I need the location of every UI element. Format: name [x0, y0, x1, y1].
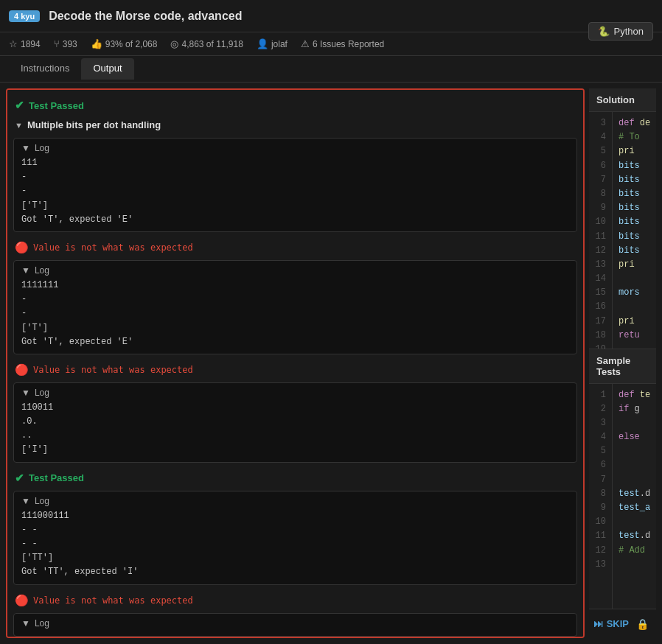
right-panel: Solution 34567 89101112 1314151617 18192…	[589, 88, 656, 638]
main-layout: ✔ Test Passed ▼ Multiple bits per dot ha…	[0, 83, 662, 644]
log-header-5[interactable]: ▼ Log	[21, 618, 569, 629]
log-label-5: Log	[35, 618, 49, 629]
forks-value: 393	[63, 39, 77, 49]
log-box-2: ▼ Log 1111111 - - ['T'] Got 'T', expecte…	[13, 260, 577, 354]
chevron-log-4: ▼	[21, 496, 30, 506]
section-title: Multiple bits per dot handling	[27, 119, 161, 130]
sample-tests-section: Sample Tests 12345 678910 111213 def tes…	[589, 349, 656, 609]
log-header-3[interactable]: ▼ Log	[21, 388, 569, 398]
forks-stat: ⑂ 393	[54, 38, 77, 49]
error-msg-1: 🔴 Value is not what was expected	[13, 238, 577, 257]
python-label: Python	[614, 26, 644, 37]
sample-tests-code-content: def test if g else test.des test_and tes…	[613, 384, 656, 609]
issues-stat: ⚠ 6 Issues Reported	[301, 38, 384, 49]
error-msg-3: 🔴 Value is not what was expected	[13, 591, 577, 610]
log-box-4: ▼ Log 111000111 - - - - ['TT'] Got 'TT',…	[13, 491, 577, 585]
stars-value: 1894	[21, 39, 41, 49]
chevron-log-5: ▼	[21, 618, 30, 629]
tab-instructions[interactable]: Instructions	[9, 58, 81, 80]
chevron-log-3: ▼	[21, 388, 30, 398]
solution-line-numbers: 34567 89101112 1314151617 1819202122 232…	[589, 112, 613, 349]
python-badge[interactable]: 🐍 Python	[588, 22, 653, 41]
test-passed-label-1: Test Passed	[29, 100, 84, 111]
error-text-2: Value is not what was expected	[33, 365, 193, 375]
rank-stat: ◎ 4,863 of 11,918	[170, 38, 243, 49]
sample-tests-title: Sample Tests	[589, 349, 656, 384]
log-label-2: Log	[35, 265, 49, 276]
solution-code-lines: 34567 89101112 1314151617 1819202122 232…	[589, 112, 656, 349]
star-icon: ☆	[9, 38, 18, 49]
solution-title: Solution	[589, 88, 656, 112]
sample-tests-line-numbers: 12345 678910 111213	[589, 384, 613, 609]
author-value: jolaf	[271, 39, 288, 49]
test-passed-1: ✔ Test Passed	[13, 96, 577, 115]
error-icon-2: 🔴	[15, 363, 29, 377]
chevron-log-2: ▼	[21, 265, 30, 276]
bottom-bar: ⏭ SKIP 🔒	[589, 609, 656, 638]
error-msg-2: 🔴 Value is not what was expected	[13, 360, 577, 379]
stars-stat: ☆ 1894	[9, 38, 41, 49]
rank-value: 4,863 of 11,918	[181, 39, 243, 49]
issues-value: 6 Issues Reported	[313, 39, 384, 49]
log-content-3: 110011 .0. .. ['I']	[21, 401, 569, 458]
section-header[interactable]: ▼ Multiple bits per dot handling	[13, 115, 577, 135]
log-header-1[interactable]: ▼ Log	[21, 143, 569, 153]
log-box-1: ▼ Log 111 - - ['T'] Got 'T', expected 'E…	[13, 138, 577, 232]
skip-label: SKIP	[607, 618, 629, 629]
log-box-5: ▼ Log	[13, 613, 577, 637]
log-header-4[interactable]: ▼ Log	[21, 496, 569, 506]
skip-button[interactable]: ⏭ SKIP	[593, 618, 629, 629]
sample-tests-code-lines: 12345 678910 111213 def test if g else	[589, 384, 656, 609]
chevron-down-icon: ▼	[15, 121, 23, 130]
check-circle-icon-2: ✔	[15, 472, 24, 485]
sample-tests-code-area: 12345 678910 111213 def test if g else	[589, 384, 656, 609]
log-label-3: Log	[35, 388, 49, 398]
lock-icon: 🔒	[636, 618, 649, 630]
python-icon: 🐍	[598, 26, 610, 37]
author-stat: 👤 jolaf	[257, 38, 288, 49]
test-passed-2: ✔ Test Passed	[13, 469, 577, 488]
log-content-2: 1111111 - - ['T'] Got 'T', expected 'E'	[21, 279, 569, 349]
log-header-2[interactable]: ▼ Log	[21, 265, 569, 276]
tab-output[interactable]: Output	[81, 58, 133, 80]
satisfaction-icon: 👍	[91, 38, 102, 49]
skip-forward-icon: ⏭	[593, 618, 603, 629]
error-text-3: Value is not what was expected	[33, 595, 193, 606]
check-circle-icon-1: ✔	[15, 99, 24, 112]
warning-icon: ⚠	[301, 38, 310, 49]
stats-bar: ☆ 1894 ⑂ 393 👍 93% of 2,068 ◎ 4,863 of 1…	[0, 32, 662, 56]
solution-code-area: 34567 89101112 1314151617 1819202122 232…	[589, 112, 656, 349]
tabs-bar: Instructions Output	[0, 56, 662, 83]
log-box-3: ▼ Log 110011 .0. .. ['I']	[13, 382, 577, 463]
chevron-log-1: ▼	[21, 143, 30, 153]
log-label-4: Log	[35, 496, 49, 506]
test-passed-label-2: Test Passed	[29, 472, 84, 483]
satisfaction-value: 93% of 2,068	[105, 39, 158, 49]
solution-section: Solution 34567 89101112 1314151617 18192…	[589, 88, 656, 349]
error-icon-3: 🔴	[15, 594, 29, 607]
log-label-1: Log	[35, 143, 49, 153]
left-panel: ✔ Test Passed ▼ Multiple bits per dot ha…	[6, 88, 585, 638]
error-text-1: Value is not what was expected	[33, 242, 193, 253]
top-bar: 4 kyu Decode the Morse code, advanced 🐍 …	[0, 0, 662, 32]
error-icon-1: 🔴	[15, 241, 29, 254]
kyu-badge: 4 kyu	[9, 10, 40, 22]
user-icon: 👤	[257, 38, 268, 49]
log-content-1: 111 - - ['T'] Got 'T', expected 'E'	[21, 156, 569, 227]
solution-code-content: def deco # To pri bits bits bits bits bi…	[613, 112, 656, 349]
log-content-4: 111000111 - - - - ['TT'] Got 'TT', expec…	[21, 509, 569, 580]
satisfaction-stat: 👍 93% of 2,068	[91, 38, 158, 49]
page-title: Decode the Morse code, advanced	[49, 10, 242, 23]
fork-icon: ⑂	[54, 38, 60, 49]
rank-icon: ◎	[170, 38, 178, 49]
